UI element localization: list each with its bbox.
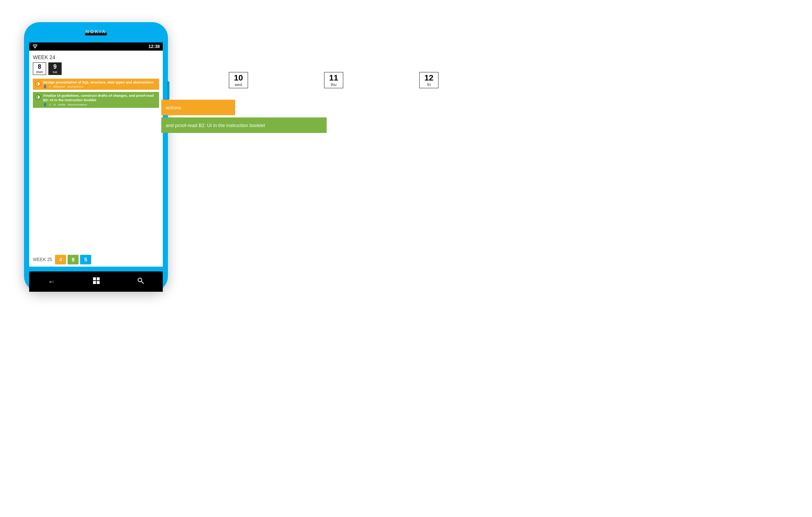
event-ui-tag3: documentation [68, 103, 87, 106]
ext-event-ui[interactable]: and proof-read B2: UI in the instruction… [161, 117, 327, 133]
event-ui-tag1: UI [53, 103, 56, 106]
event-sql-meta-count: 1 [49, 85, 51, 88]
event-ui-meta: 👤 2 UI drafts documentation [43, 103, 157, 106]
status-time: 12:38 [148, 44, 160, 49]
ext-event-sql[interactable]: actions [161, 100, 235, 115]
day-col-wed[interactable]: 10 wed [229, 72, 248, 88]
week25-label: WEEK 25 [33, 257, 52, 262]
event-sql-meta-icon: 👤 [43, 85, 47, 88]
ext-event-sql-text: actions [166, 105, 181, 110]
day-num-tue: 9 [54, 64, 57, 70]
event-sql-meta: 👤 1 database abstractions [43, 85, 157, 88]
bottom-navigation: ← [29, 271, 163, 292]
svg-rect-6 [97, 281, 100, 284]
week25-bar: WEEK 25 4 8 5 [29, 253, 163, 267]
day-col-thu[interactable]: 11 thu [324, 72, 343, 88]
nokia-brand: NOKIA [86, 29, 107, 34]
event-ui-icon [35, 94, 41, 100]
day-col-fri-name: fri [427, 82, 430, 87]
event-sql[interactable]: Design presentation of SQL structure, da… [33, 79, 159, 90]
event-sql-tag1: database [53, 85, 65, 88]
event-ui-meta-icon: 👤 [43, 103, 47, 106]
back-button[interactable]: ← [48, 277, 55, 286]
day-col-wed-num: 10 [234, 73, 243, 82]
w25-tile-2[interactable]: 8 [68, 255, 79, 264]
phone-screen: 12:38 WEEK 24 8 mon 9 tue [29, 42, 163, 267]
day-col-thu-name: thu [331, 82, 336, 87]
svg-rect-4 [97, 277, 100, 280]
w25-tile-3[interactable]: 5 [80, 255, 91, 264]
day-name-tue: tue [53, 70, 58, 74]
day-col-thu-num: 11 [329, 73, 338, 82]
svg-point-7 [138, 278, 142, 282]
week-current-label: WEEK 24 [33, 54, 159, 60]
home-button[interactable] [93, 277, 100, 286]
week25-tiles: 4 8 5 [55, 255, 91, 264]
day-num-mon: 8 [38, 64, 41, 70]
event-sql-icon [35, 81, 41, 87]
event-ui-title: Finalize UI guidelines, construct drafts… [43, 93, 157, 103]
event-ui[interactable]: Finalize UI guidelines, construct drafts… [33, 92, 159, 108]
phone-shell: NOKIA 12:38 WEEK 24 8 mon [24, 22, 168, 292]
ext-event-ui-text: and proof-read B2: UI in the instruction… [166, 123, 265, 128]
event-sql-tag2: abstractions [67, 85, 83, 88]
day-col-fri[interactable]: 12 fri [419, 72, 438, 88]
svg-line-8 [141, 281, 144, 284]
signal-icon [32, 44, 38, 49]
search-button[interactable] [137, 277, 144, 286]
day-box-mon[interactable]: 8 mon [33, 62, 46, 75]
w25-tile-1[interactable]: 4 [55, 255, 66, 264]
calendar-screen: WEEK 24 8 mon 9 tue [29, 51, 163, 267]
svg-rect-3 [93, 277, 96, 280]
day-col-fri-num: 12 [424, 73, 433, 82]
event-sql-text: Design presentation of SQL structure, da… [43, 80, 157, 88]
event-ui-tag2: drafts [58, 103, 65, 106]
event-sql-title: Design presentation of SQL structure, da… [43, 80, 157, 85]
status-bar: 12:38 [29, 42, 163, 51]
day-box-tue[interactable]: 9 tue [48, 62, 62, 75]
svg-rect-5 [93, 281, 96, 284]
day-headers: 8 mon 9 tue [33, 62, 159, 75]
day-col-wed-name: wed [235, 82, 242, 87]
day-name-mon: mon [36, 70, 43, 74]
event-ui-meta-count: 2 [49, 103, 51, 106]
phone-side-button[interactable] [167, 81, 169, 100]
event-ui-text: Finalize UI guidelines, construct drafts… [43, 93, 157, 106]
